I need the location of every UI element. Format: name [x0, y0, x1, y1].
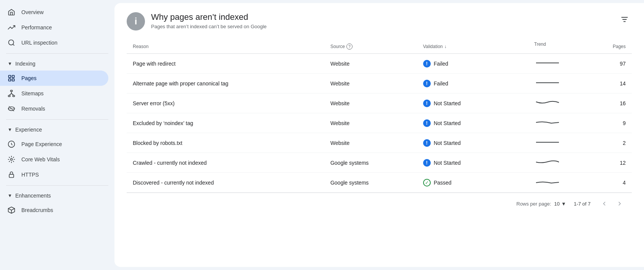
sidebar-item-breadcrumbs[interactable]: Breadcrumbs [0, 202, 108, 218]
sidebar-item-page-experience[interactable]: Page Experience [0, 137, 108, 152]
rows-per-page-select[interactable]: 10 ▼ [554, 201, 566, 207]
table-row[interactable]: Page with redirectWebsite!Failed97 [127, 54, 632, 74]
sidebar-item-removals-label: Removals [21, 106, 45, 112]
info-icon-label: i [135, 16, 137, 27]
validation-text: Not Started [434, 100, 461, 106]
search-icon [8, 39, 15, 47]
main-content: i Why pages aren’t indexed Pages that ar… [114, 3, 644, 267]
breadcrumbs-icon [8, 206, 15, 214]
source-info-icon[interactable]: ? [346, 43, 353, 50]
svg-rect-5 [12, 79, 14, 81]
table-row[interactable]: Crawled - currently not indexedGoogle sy… [127, 153, 632, 173]
cell-validation: !Not Started [417, 133, 528, 153]
cell-validation: !Not Started [417, 153, 528, 173]
divider-3 [6, 185, 108, 186]
sidebar-item-pages[interactable]: Pages [0, 71, 108, 86]
svg-line-1 [13, 44, 14, 46]
table-header: Reason Source ? Validation ↓ Trend Pages [127, 40, 632, 54]
sidebar-item-overview-label: Overview [21, 9, 43, 15]
cell-validation: !Not Started [417, 93, 528, 113]
validation-fail-icon: ! [423, 139, 431, 147]
sidebar-item-https-label: HTTPS [21, 172, 39, 178]
sidebar-item-breadcrumbs-label: Breadcrumbs [21, 207, 53, 213]
experience-icon [8, 140, 15, 148]
table-row[interactable]: Discovered - currently not indexedGoogle… [127, 173, 632, 193]
cell-trend [528, 113, 591, 133]
svg-rect-3 [12, 76, 14, 78]
svg-line-21 [11, 209, 14, 210]
cell-pages: 2 [591, 133, 632, 153]
sidebar-item-overview[interactable]: Overview [0, 5, 108, 20]
validation-fail-icon: ! [423, 159, 431, 167]
cell-reason: Alternate page with proper canonical tag [127, 74, 324, 93]
trending-up-icon [8, 24, 15, 31]
cell-source: Website [324, 74, 417, 93]
table-row[interactable]: Server error (5xx)Website!Not Started16 [127, 93, 632, 113]
cell-reason: Crawled - currently not indexed [127, 153, 324, 173]
sidebar-item-core-web-vitals[interactable]: Core Web Vitals [0, 152, 108, 167]
cell-pages: 9 [591, 113, 632, 133]
validation-fail-icon: ! [423, 100, 431, 107]
trend-line-chart [534, 178, 561, 186]
table-row[interactable]: Excluded by ‘noindex’ tagWebsite!Not Sta… [127, 113, 632, 133]
svg-rect-8 [13, 95, 14, 96]
cell-source: Website [324, 54, 417, 74]
pagination-next-button[interactable] [613, 198, 626, 210]
pagination-prev-button[interactable] [598, 198, 610, 210]
validation-fail-icon: ! [423, 119, 431, 127]
table-row[interactable]: Alternate page with proper canonical tag… [127, 74, 632, 93]
svg-point-16 [11, 159, 13, 161]
cell-source: Website [324, 113, 417, 133]
chevron-down-icon: ▼ [8, 61, 12, 66]
cell-reason: Discovered - currently not indexed [127, 173, 324, 193]
cell-trend [528, 133, 591, 153]
cell-trend [528, 173, 591, 193]
cell-source: Website [324, 93, 417, 113]
sidebar-item-performance[interactable]: Performance [0, 20, 108, 35]
cell-validation: !Failed [417, 54, 528, 74]
svg-line-10 [9, 93, 11, 95]
rows-select-chevron-icon: ▼ [561, 201, 566, 207]
cell-pages: 97 [591, 54, 632, 74]
table-row[interactable]: Blocked by robots.txtWebsite!Not Started… [127, 133, 632, 153]
sidebar: Overview Performance URL inspection ▼ In… [0, 0, 114, 270]
lock-icon [8, 171, 15, 178]
col-source: Source ? [324, 40, 417, 54]
svg-rect-7 [8, 95, 10, 96]
sidebar-item-removals[interactable]: Removals [0, 101, 108, 116]
table-body: Page with redirectWebsite!Failed97Altern… [127, 54, 632, 193]
trend-line-chart [534, 59, 561, 67]
sidebar-item-url-inspection[interactable]: URL inspection [0, 35, 108, 50]
validation-text: Failed [434, 61, 448, 67]
validation-fail-icon: ! [423, 80, 431, 87]
col-reason: Reason [127, 40, 324, 54]
col-validation[interactable]: Validation ↓ [417, 40, 528, 54]
sidebar-item-https[interactable]: HTTPS [0, 167, 108, 182]
sidebar-item-page-experience-label: Page Experience [21, 141, 62, 147]
cell-reason: Blocked by robots.txt [127, 133, 324, 153]
filter-button[interactable] [617, 12, 632, 28]
cell-validation: !Failed [417, 74, 528, 93]
chevron-down-icon-3: ▼ [8, 193, 12, 198]
cell-source: Website [324, 133, 417, 153]
section-indexing[interactable]: ▼ Indexing [0, 57, 114, 71]
sidebar-item-sitemaps-label: Sitemaps [21, 90, 43, 96]
cell-source: Google systems [324, 153, 417, 173]
section-experience[interactable]: ▼ Experience [0, 123, 114, 137]
svg-rect-17 [9, 174, 14, 177]
rows-per-page-label: Rows per page: [517, 201, 551, 207]
page-header: i Why pages aren’t indexed Pages that ar… [127, 12, 632, 31]
validation-pass-icon: ✓ [423, 179, 431, 186]
section-enhancements[interactable]: ▼ Enhancements [0, 189, 114, 202]
sidebar-item-sitemaps[interactable]: Sitemaps [0, 86, 108, 101]
validation-text: Failed [434, 80, 448, 87]
sidebar-item-core-web-vitals-label: Core Web Vitals [21, 156, 60, 162]
validation-label: Validation [423, 44, 443, 49]
trend-line-chart [534, 138, 561, 146]
section-indexing-label: Indexing [15, 61, 35, 67]
removals-icon [8, 105, 15, 112]
info-icon: i [127, 12, 145, 31]
sidebar-item-performance-label: Performance [21, 24, 52, 31]
svg-point-0 [9, 40, 14, 45]
section-experience-label: Experience [15, 127, 42, 133]
